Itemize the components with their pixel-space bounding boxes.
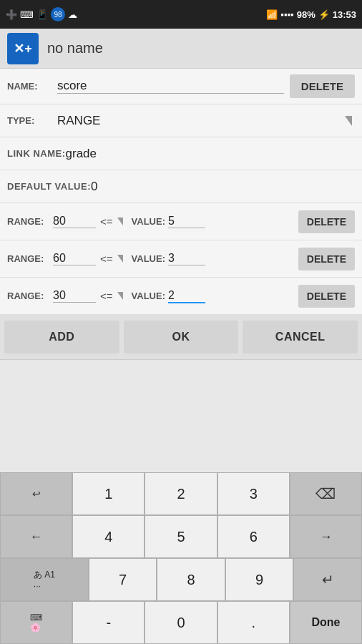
range-input-2[interactable] xyxy=(53,289,96,303)
status-left-icons: ➕ ⌨ 📱 98 ☁ xyxy=(6,7,77,21)
app-logo: ✕+ xyxy=(7,33,39,64)
key-7[interactable]: 7 xyxy=(89,558,157,601)
ok-button[interactable]: OK xyxy=(124,321,239,353)
key-backspace[interactable]: ⌫ xyxy=(290,472,362,515)
range-input-0[interactable] xyxy=(53,215,96,228)
main-content: NAME: DELETE TYPE: RANGE LINK NAME: grad… xyxy=(0,69,362,360)
action-buttons-row: ADD OK CANCEL xyxy=(0,315,362,360)
key-0[interactable]: 0 xyxy=(145,601,217,644)
key-3[interactable]: 3 xyxy=(217,472,290,515)
value-input-2[interactable] xyxy=(168,289,205,303)
key-undo[interactable]: ↩ xyxy=(0,472,72,515)
value-input-0[interactable] xyxy=(168,215,205,228)
add-button[interactable]: ADD xyxy=(4,321,119,353)
type-label: TYPE: xyxy=(7,115,57,126)
delete-range-0[interactable]: DELETE xyxy=(298,210,355,233)
type-dropdown-arrow xyxy=(345,116,352,126)
lte-2: <= xyxy=(100,290,113,302)
range-label-1: RANGE: xyxy=(7,253,50,264)
key-8[interactable]: 8 xyxy=(157,558,225,601)
value-label-2: VALUE: xyxy=(132,291,165,301)
delete-range-1[interactable]: DELETE xyxy=(298,248,355,270)
value-input-1[interactable] xyxy=(168,252,205,265)
status-bar: ➕ ⌨ 📱 98 ☁ 📶 ▪▪▪▪ 98% ⚡ 13:53 xyxy=(0,0,362,29)
charging-icon: ⚡ xyxy=(318,9,330,20)
name-label: NAME: xyxy=(7,81,57,92)
range-row-2: RANGE: <= VALUE: DELETE xyxy=(0,278,362,315)
cancel-button[interactable]: CANCEL xyxy=(243,321,358,353)
key-5[interactable]: 5 xyxy=(145,515,217,558)
name-input[interactable] xyxy=(57,79,284,94)
key-enter[interactable]: ↵ xyxy=(293,558,362,601)
badge-98: 98 xyxy=(51,7,65,21)
key-6[interactable]: 6 xyxy=(217,515,290,558)
link-name-label: LINK NAME: xyxy=(7,148,66,159)
key-keyboard-toggle[interactable]: ⌨🌸 xyxy=(0,601,72,644)
key-row-4: ⌨🌸 - 0 . Done xyxy=(0,601,362,644)
key-lang[interactable]: あ A1··· xyxy=(0,558,89,601)
range-dropdown-2 xyxy=(117,292,123,300)
key-row-1: ↩ 1 2 3 ⌫ xyxy=(0,472,362,515)
key-minus[interactable]: - xyxy=(72,601,145,644)
delete-range-2[interactable]: DELETE xyxy=(298,285,355,308)
key-2[interactable]: 2 xyxy=(145,472,217,515)
key-left[interactable]: ← xyxy=(0,515,72,558)
range-input-1[interactable] xyxy=(53,252,96,265)
lte-0: <= xyxy=(100,215,113,228)
delete-name-button[interactable]: DELETE xyxy=(290,74,355,98)
time-display: 13:53 xyxy=(333,9,356,20)
key-1[interactable]: 1 xyxy=(72,472,145,515)
battery-text: 98% xyxy=(297,9,315,20)
phone-icon: 📱 xyxy=(36,9,48,20)
signal-icon: ▪▪▪▪ xyxy=(280,9,293,20)
default-value-row: DEFAULT VALUE: 0 xyxy=(0,170,362,203)
type-value: RANGE xyxy=(57,114,201,128)
range-label-2: RANGE: xyxy=(7,291,50,301)
key-row-2: ← 4 5 6 → xyxy=(0,515,362,558)
keyboard-icon: ⌨ xyxy=(20,9,34,20)
default-value-label: DEFAULT VALUE: xyxy=(7,181,91,192)
range-dropdown-1 xyxy=(117,255,123,263)
keyboard: ↩ 1 2 3 ⌫ ← 4 5 6 → あ A1··· 7 8 9 ↵ ⌨🌸 -… xyxy=(0,472,362,644)
key-right[interactable]: → xyxy=(290,515,362,558)
link-name-row: LINK NAME: grade xyxy=(0,137,362,170)
range-dropdown-0 xyxy=(117,218,123,225)
add-icon: ➕ xyxy=(6,9,17,20)
link-name-value: grade xyxy=(66,147,355,161)
range-row-0: RANGE: <= VALUE: DELETE xyxy=(0,203,362,240)
range-row-1: RANGE: <= VALUE: DELETE xyxy=(0,240,362,278)
cloud-icon: ☁ xyxy=(68,9,77,20)
lte-1: <= xyxy=(100,253,113,265)
app-title: no name xyxy=(47,40,103,57)
key-4[interactable]: 4 xyxy=(72,515,145,558)
key-row-3: あ A1··· 7 8 9 ↵ xyxy=(0,558,362,601)
type-row[interactable]: TYPE: RANGE xyxy=(0,104,362,137)
logo-text: ✕+ xyxy=(14,41,32,57)
range-label-0: RANGE: xyxy=(7,216,50,227)
key-done[interactable]: Done xyxy=(290,601,362,644)
app-header: ✕+ no name xyxy=(0,29,362,69)
value-label-0: VALUE: xyxy=(132,216,165,227)
key-9[interactable]: 9 xyxy=(225,558,294,601)
wifi-icon: 📶 xyxy=(266,9,278,20)
default-value: 0 xyxy=(91,180,355,194)
key-period[interactable]: . xyxy=(217,601,290,644)
value-label-1: VALUE: xyxy=(132,253,165,264)
name-row: NAME: DELETE xyxy=(0,69,362,104)
status-right-icons: 📶 ▪▪▪▪ 98% ⚡ 13:53 xyxy=(266,9,356,20)
